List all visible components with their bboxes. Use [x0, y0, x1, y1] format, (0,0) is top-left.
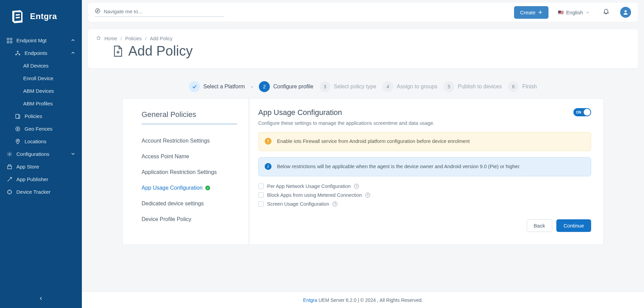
- nav-abm-profiles[interactable]: ABM Profiles: [7, 97, 82, 110]
- svg-point-8: [16, 127, 20, 131]
- check-per-app-network: Per App Network Usage Configuration ?: [258, 182, 591, 191]
- bell-icon: [603, 9, 609, 15]
- config-description: Configure these settings to manage the a…: [258, 120, 591, 126]
- step-number: 3: [320, 81, 331, 92]
- help-icon[interactable]: ?: [354, 184, 359, 189]
- nav-abm-devices[interactable]: ABM Devices: [7, 85, 82, 97]
- chevron-left-icon: [39, 296, 43, 300]
- back-button[interactable]: Back: [527, 219, 552, 232]
- continue-button[interactable]: Continue: [556, 219, 591, 232]
- policy-category-title: General Policies: [142, 110, 237, 124]
- svg-rect-1: [10, 38, 12, 40]
- step-label: Assign to groups: [397, 84, 437, 90]
- navigate-input[interactable]: [104, 9, 224, 14]
- svg-rect-2: [7, 41, 9, 43]
- brand-name: Entgra: [30, 12, 57, 21]
- footer-text: UEM Server 6.2.0 | © 2024 , All Rights R…: [317, 297, 423, 303]
- step-label: Select policy type: [334, 84, 377, 90]
- nav-device-tracker[interactable]: Device Tracker: [0, 186, 82, 198]
- policy-item-label: App Usage Configuration: [142, 185, 203, 191]
- policy-item-app-restriction[interactable]: Application Restriction Settings: [142, 164, 235, 180]
- nav-endpoints[interactable]: Endpoints: [7, 47, 82, 59]
- checkbox[interactable]: [258, 192, 264, 198]
- wizard-steps: Select a Platform - 2 Configure profile …: [88, 76, 638, 97]
- home-icon: [96, 35, 101, 41]
- svg-point-4: [17, 51, 18, 52]
- nav-locations[interactable]: Locations: [7, 135, 82, 148]
- create-label: Create: [520, 10, 536, 15]
- policy-config-panel: App Usage Configuration ON Configure the…: [249, 99, 603, 245]
- step-publish-devices[interactable]: 5 Publish to devices: [443, 81, 502, 92]
- nav-policies[interactable]: Policies: [7, 110, 82, 122]
- nav-label: All Devices: [23, 63, 48, 69]
- config-title: App Usage Configuration: [258, 108, 342, 117]
- nav-app-publisher[interactable]: App Publisher: [0, 173, 82, 186]
- checkbox[interactable]: [258, 184, 264, 189]
- language-selector[interactable]: English: [558, 10, 589, 15]
- nav-label: App Store: [16, 164, 39, 170]
- page-title: Add Policy: [112, 43, 630, 59]
- check-label: Screen Usage Configuration: [267, 201, 329, 207]
- policy-category-list: General Policies Account Restriction Set…: [122, 99, 249, 245]
- policy-item-account-restriction[interactable]: Account Restriction Settings: [142, 133, 235, 149]
- chevron-up-icon: [71, 38, 75, 43]
- page-header: Home / Policies / Add Policy Add Policy: [88, 29, 638, 68]
- plus-icon: [538, 10, 542, 15]
- language-label: English: [566, 10, 583, 15]
- nav-configurations[interactable]: Configurations: [0, 148, 82, 160]
- breadcrumb-current: Add Policy: [150, 36, 172, 41]
- user-avatar[interactable]: [620, 7, 631, 18]
- step-label: Configure profile: [273, 84, 313, 90]
- policy-item-dedicated-device[interactable]: Dedicated device settings: [142, 196, 235, 211]
- config-enable-toggle[interactable]: ON: [573, 108, 591, 116]
- compass-icon: [95, 8, 100, 15]
- sidebar-collapse-button[interactable]: [0, 293, 82, 305]
- tracker-icon: [7, 189, 12, 195]
- publish-icon: [7, 177, 12, 182]
- brand-logo[interactable]: Entgra: [0, 0, 82, 34]
- breadcrumb-home[interactable]: Home: [104, 36, 117, 41]
- alert-text: Enable iots Firewall service from Androi…: [277, 138, 470, 145]
- step-configure-profile[interactable]: 2 Configure profile: [259, 81, 313, 92]
- policy-item-device-profile[interactable]: Device Profile Policy: [142, 211, 235, 227]
- step-finish[interactable]: 6 Finish: [508, 81, 537, 92]
- gear-icon: [7, 151, 12, 157]
- svg-point-9: [17, 128, 18, 130]
- alert-text: Below restrictions will be applicable wh…: [277, 163, 521, 171]
- policy-panel: General Policies Account Restriction Set…: [122, 98, 604, 245]
- nav-geo-fences[interactable]: Geo Fences: [7, 122, 82, 135]
- breadcrumb-policies[interactable]: Policies: [125, 36, 142, 41]
- policy-item-access-point[interactable]: Access Point Name: [142, 149, 235, 164]
- side-nav: Endpoint Mgt Endpoints All Devices Enrol…: [0, 34, 82, 308]
- check-icon: [189, 81, 200, 92]
- create-button[interactable]: Create: [514, 6, 548, 19]
- info-icon: i: [265, 163, 272, 170]
- svg-rect-7: [16, 114, 19, 118]
- chevron-up-icon: [71, 50, 75, 56]
- step-assign-groups[interactable]: 4 Assign to groups: [382, 81, 437, 92]
- nav-enroll-device[interactable]: Enroll Device: [7, 72, 82, 85]
- step-number: 4: [382, 81, 393, 92]
- svg-point-13: [96, 9, 100, 13]
- step-label: Finish: [522, 84, 537, 90]
- svg-point-10: [17, 140, 18, 142]
- nav-app-store[interactable]: App Store: [0, 160, 82, 173]
- nav-all-devices[interactable]: All Devices: [7, 59, 82, 72]
- toggle-label: ON: [576, 111, 581, 114]
- checkbox[interactable]: [258, 201, 264, 207]
- step-select-platform[interactable]: Select a Platform: [189, 81, 245, 92]
- config-checkboxes: Per App Network Usage Configuration ? Bl…: [258, 182, 591, 208]
- footer-brand-link[interactable]: Entgra: [303, 297, 317, 303]
- step-number: 5: [443, 81, 454, 92]
- navigate-search[interactable]: [95, 8, 224, 17]
- svg-rect-0: [7, 38, 9, 40]
- help-icon[interactable]: ?: [365, 193, 370, 197]
- step-select-policy-type[interactable]: 3 Select policy type: [320, 81, 377, 92]
- nav-endpoint-mgt[interactable]: Endpoint Mgt: [0, 34, 82, 47]
- help-icon[interactable]: ?: [333, 202, 337, 206]
- policy-item-app-usage[interactable]: App Usage Configuration: [142, 180, 235, 196]
- step-separator: -: [251, 84, 253, 90]
- notifications-button[interactable]: [603, 9, 609, 16]
- footer: Entgra UEM Server 6.2.0 | © 2024 , All R…: [82, 292, 644, 308]
- nav-label: Device Tracker: [16, 189, 50, 195]
